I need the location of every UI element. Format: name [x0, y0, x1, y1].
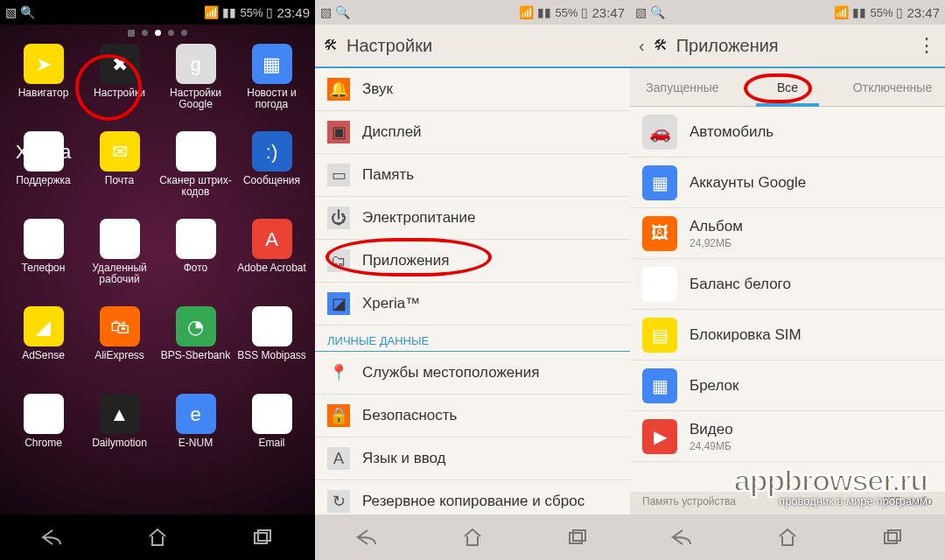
search-icon: 🔍	[650, 5, 665, 19]
row-icon: 🔒	[327, 404, 350, 427]
back-icon[interactable]: ‹	[639, 36, 645, 56]
home-button[interactable]	[136, 522, 179, 553]
app-icon: ✉	[252, 394, 292, 434]
back-button[interactable]	[31, 522, 74, 553]
battery-percent: 55%	[870, 6, 892, 19]
row-label: Аккаунты Google	[690, 174, 806, 192]
recent-button[interactable]	[241, 522, 284, 553]
battery-percent: 55%	[240, 6, 262, 19]
settings-icon: 🛠	[654, 38, 668, 53]
app-сообщения[interactable]: :)Сообщения	[234, 131, 310, 215]
app-настройки-google[interactable]: gНастройки Google	[158, 44, 234, 128]
settings-row-Xperia™[interactable]: ◪Xperia™	[315, 283, 630, 326]
settings-row-Приложения[interactable]: 🗂Приложения	[315, 240, 630, 283]
row-label: Баланс белого	[690, 276, 791, 293]
app-удаленный-рабочий[interactable]: ◧Удаленный рабочий	[81, 219, 158, 303]
recent-button[interactable]	[556, 522, 599, 553]
app-row-Видео[interactable]: ▶Видео24,49МБ	[630, 411, 945, 462]
app-adsense[interactable]: ◢AdSense	[5, 306, 81, 390]
app-почта[interactable]: ✉Почта	[81, 131, 158, 215]
settings-row-Звук[interactable]: 🔔Звук	[315, 68, 630, 111]
row-icon: ⏻	[327, 206, 350, 229]
row-label: Приложения	[362, 252, 449, 270]
row-sub: 24,49МБ	[690, 440, 733, 452]
apps-screen: ▧ 🔍 📶 ▮▮ 55% ▯ 23:47 ‹ 🛠 Приложения ⋮ За…	[630, 0, 945, 560]
row-label: Видео	[690, 421, 733, 438]
app-row-Блокировка SIM[interactable]: ▤Блокировка SIM	[630, 310, 945, 360]
app-label: BSS Mobipass	[237, 350, 306, 361]
tab-Запущенные[interactable]: Запущенные	[630, 68, 735, 106]
app-icon: ✦	[176, 219, 216, 259]
app-label: AdSense	[22, 350, 65, 361]
recent-button[interactable]	[871, 522, 914, 553]
app-icon: A	[252, 219, 292, 259]
back-button[interactable]	[346, 522, 389, 553]
app-поддержка[interactable]: XperiaПоддержка	[5, 131, 81, 215]
home-button[interactable]	[766, 522, 809, 553]
settings-row-Безопасность[interactable]: 🔒Безопасность	[315, 395, 630, 438]
app-label: Dailymotion	[92, 438, 147, 449]
app-row-Брелок[interactable]: ▦Брелок	[630, 360, 945, 411]
settings-icon: 🛠	[324, 38, 338, 53]
settings-row-Электропитание[interactable]: ⏻Электропитание	[315, 197, 630, 240]
status-bar: ▧ 🔍 📶 ▮▮ 55% ▯ 23:47	[630, 0, 945, 24]
app-icon: ➤	[24, 44, 64, 84]
settings-row-Память[interactable]: ▭Память	[315, 154, 630, 197]
app-навигатор[interactable]: ➤Навигатор	[5, 44, 81, 128]
clock: 23:49	[276, 5, 310, 20]
search-icon: 🔍	[20, 5, 35, 19]
svg-rect-1	[258, 530, 270, 541]
settings-row-Язык и ввод[interactable]: AЯзык и ввод	[315, 438, 630, 480]
app-label: Поддержка	[16, 175, 71, 186]
app-adobe-acrobat[interactable]: AAdobe Acrobat	[234, 219, 310, 303]
tabs: ЗапущенныеВсеОтключенные	[630, 68, 945, 107]
app-телефон[interactable]: ✆Телефон	[5, 219, 81, 303]
app-icon: ▲	[100, 394, 140, 434]
tab-Все[interactable]: Все	[735, 68, 840, 106]
app-icon: ◢	[24, 306, 64, 346]
app-label: Сообщения	[243, 175, 300, 186]
settings-row-Службы местоположения[interactable]: 📍Службы местоположения	[315, 352, 630, 395]
status-bar: ▧ 🔍 📶 ▮▮ 55% ▯ 23:49	[0, 0, 315, 24]
page-indicator	[0, 24, 315, 40]
app-label: BPS-Sberbank	[161, 350, 230, 361]
row-label: Электропитание	[362, 209, 475, 227]
row-icon: ◪	[327, 292, 350, 315]
app-chrome[interactable]: ◯Chrome	[5, 394, 81, 478]
row-icon: ▤	[642, 318, 677, 353]
clock: 23:47	[906, 5, 940, 20]
row-label: Память	[362, 166, 414, 184]
page-title: Приложения	[676, 36, 779, 56]
app-новости-и-погода[interactable]: ▦Новости и погода	[234, 44, 310, 128]
app-e-num[interactable]: eE-NUM	[158, 394, 234, 478]
app-row-Автомобиль[interactable]: 🚗Автомобиль	[630, 107, 945, 158]
svg-rect-2	[570, 533, 582, 543]
app-сканер-штрих-кодов[interactable]: ▮▮▮Сканер штрих-кодов	[158, 131, 234, 215]
home-button[interactable]	[451, 522, 494, 553]
app-фото[interactable]: ✦Фото	[158, 219, 234, 303]
tab-Отключенные[interactable]: Отключенные	[840, 68, 945, 106]
row-icon: 🗂	[327, 249, 350, 272]
svg-rect-0	[255, 533, 267, 543]
settings-row-Дисплей[interactable]: ▣Дисплей	[315, 111, 630, 154]
app-email[interactable]: ✉Email	[234, 394, 310, 478]
app-icon: ◧	[100, 219, 140, 259]
svg-rect-4	[885, 533, 897, 543]
back-button[interactable]	[661, 522, 704, 553]
overflow-icon[interactable]: ⋮	[917, 34, 936, 57]
app-aliexpress[interactable]: 🛍AliExpress	[81, 306, 158, 390]
app-настройки[interactable]: ✖Настройки	[81, 44, 158, 128]
app-row-Аккаунты Google[interactable]: ▦Аккаунты Google	[630, 158, 945, 208]
row-icon: 🖼	[642, 216, 677, 251]
row-icon: ▣	[327, 121, 350, 144]
svg-rect-5	[888, 530, 900, 541]
app-label: E-NUM	[178, 438, 213, 449]
app-dailymotion[interactable]: ▲Dailymotion	[81, 394, 158, 478]
app-row-Альбом[interactable]: 🖼Альбом24,92МБ	[630, 208, 945, 259]
app-bss-mobipass[interactable]: BSSBSS Mobipass	[234, 306, 310, 390]
signal-icon: ▮▮	[537, 5, 551, 19]
app-bps-sberbank[interactable]: ◔BPS-Sberbank	[158, 306, 234, 390]
app-row-Баланс белого[interactable]: ✖Баланс белого	[630, 259, 945, 310]
app-icon: ▦	[252, 44, 292, 84]
app-label: Email	[258, 438, 284, 449]
